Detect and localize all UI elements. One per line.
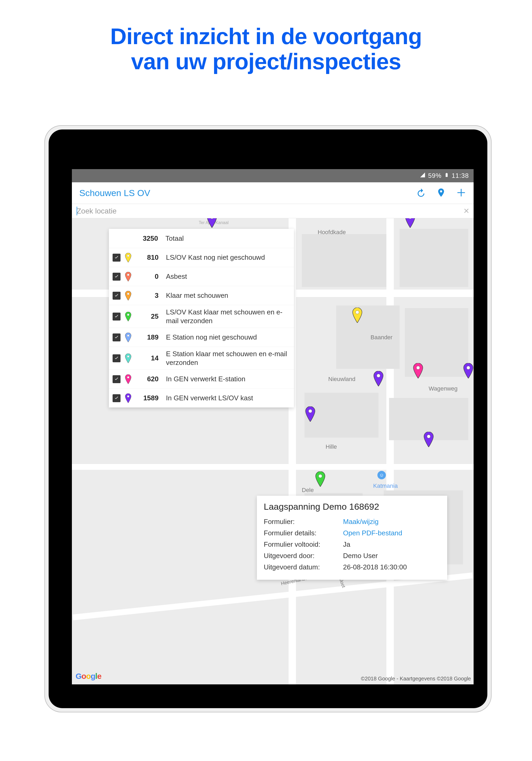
legend-total-count: 3250 [134, 234, 158, 243]
map-copyright: ©2018 Google - Kaartgegevens ©2018 Googl… [361, 675, 471, 682]
map-pin[interactable] [404, 218, 416, 229]
legend-label: Klaar met schouwen [166, 291, 228, 300]
legend-row[interactable]: 0 Asbest [109, 267, 294, 286]
map-pin[interactable] [351, 308, 363, 324]
legend-label: LS/OV Kast nog niet geschouwd [166, 253, 265, 262]
map-street-label: Dele [302, 487, 314, 494]
legend-checkbox[interactable] [113, 375, 121, 383]
legend-count: 810 [135, 254, 158, 262]
legend-label: E Station nog niet geschouwd [166, 333, 257, 342]
clear-search-button[interactable]: ✕ [463, 206, 474, 215]
legend-row[interactable]: 1589 In GEN verwerkt LS/OV kast [109, 388, 294, 407]
map-pin[interactable] [412, 363, 424, 380]
tablet-frame: 59% 11:38 Schouwen LS OV [44, 125, 492, 712]
form-edit-link[interactable]: Maak/wijzig [343, 518, 379, 526]
plus-icon [456, 188, 466, 198]
svg-point-4 [417, 366, 420, 370]
check-icon [114, 335, 119, 340]
legend-count: 25 [135, 312, 158, 321]
legend-count: 0 [135, 272, 158, 281]
legend-row[interactable]: 810 LS/OV Kast nog niet geschouwd [109, 248, 294, 267]
info-label: Formulier voltooid: [264, 540, 343, 549]
info-card: Laagspanning Demo 168692 Formulier: Maak… [257, 496, 447, 580]
svg-point-2 [356, 311, 359, 314]
legend-count: 1589 [135, 394, 158, 402]
close-icon: ✕ [463, 207, 469, 215]
svg-point-15 [127, 355, 129, 358]
svg-point-7 [427, 435, 431, 438]
svg-point-13 [127, 314, 129, 316]
legend-checkbox[interactable] [113, 313, 121, 321]
legend-row[interactable]: 3 Klaar met schouwen [109, 286, 294, 305]
legend-checkbox[interactable] [113, 292, 121, 300]
legend-total-row: 3250 Totaal [109, 229, 294, 248]
search-input[interactable] [72, 207, 463, 215]
heading-line1: Direct inzicht in de voortgang [110, 24, 422, 49]
battery-icon [444, 172, 449, 179]
map-pin[interactable] [373, 371, 384, 387]
android-status-bar: 59% 11:38 [72, 169, 474, 182]
legend-pin-icon [124, 312, 133, 321]
info-card-title: Laagspanning Demo 168692 [264, 501, 440, 512]
info-label: Formulier details: [264, 529, 343, 537]
info-label: Formulier: [264, 518, 343, 526]
map-view[interactable]: Ter Apel-Kanaal Hoofdkade Baander Nieuwl… [72, 218, 474, 684]
google-logo: Google [76, 672, 101, 681]
heading-line2: van uw project/inspecties [131, 49, 401, 74]
legend-panel: 3250 Totaal 810 LS/OV Kast nog niet gesc… [109, 229, 294, 407]
map-pin[interactable] [305, 406, 316, 423]
svg-point-5 [467, 366, 470, 370]
legend-checkbox[interactable] [113, 254, 121, 262]
info-row-form: Formulier: Maak/wijzig [264, 516, 440, 527]
info-row-by: Uitgevoerd door: Demo User [264, 550, 440, 561]
map-pin[interactable] [462, 363, 474, 380]
svg-point-10 [127, 255, 129, 257]
info-value: Ja [343, 540, 350, 549]
legend-count: 189 [135, 333, 158, 341]
check-icon [114, 255, 119, 260]
map-street-label: Hille [325, 443, 337, 450]
map-block [400, 229, 468, 287]
legend-label: Asbest [166, 272, 187, 281]
legend-checkbox[interactable] [113, 333, 121, 341]
map-pin[interactable] [423, 432, 435, 448]
map-poi-marker[interactable]: ☺ [378, 471, 386, 479]
map-street-label: Baander [371, 334, 392, 341]
map-pin[interactable] [206, 218, 218, 229]
check-icon [114, 293, 119, 298]
search-bar: ✕ [72, 204, 474, 218]
svg-point-6 [309, 409, 312, 413]
info-value: Demo User [343, 552, 378, 560]
legend-count: 620 [135, 375, 158, 383]
map-pin[interactable] [315, 471, 326, 488]
info-value: 26-08-2018 16:30:00 [343, 563, 407, 571]
legend-checkbox[interactable] [113, 273, 121, 281]
svg-point-12 [127, 293, 129, 295]
legend-row[interactable]: 14 E Station klaar met schouwen en e-mai… [109, 347, 294, 370]
location-pin-icon [436, 188, 446, 198]
legend-pin-icon [124, 291, 133, 300]
poi-icon: ☺ [379, 472, 384, 478]
location-button[interactable] [436, 188, 446, 199]
svg-point-8 [319, 474, 322, 478]
info-row-details: Formulier details: Open PDF-bestand [264, 527, 440, 539]
legend-pin-icon [124, 375, 133, 384]
legend-row[interactable]: 25 LS/OV Kast klaar met schouwen en e-ma… [109, 305, 294, 328]
svg-point-3 [377, 374, 380, 377]
legend-label: LS/OV Kast klaar met schouwen en e-mail … [166, 308, 289, 325]
legend-count: 14 [135, 354, 158, 362]
legend-row[interactable]: 189 E Station nog niet geschouwd [109, 328, 294, 347]
info-row-done: Formulier voltooid: Ja [264, 539, 440, 550]
svg-point-17 [127, 395, 129, 397]
open-pdf-link[interactable]: Open PDF-bestand [343, 529, 402, 537]
legend-row[interactable]: 620 In GEN verwerkt E-station [109, 370, 294, 388]
info-label: Uitgevoerd door: [264, 552, 343, 560]
legend-checkbox[interactable] [113, 394, 121, 402]
map-street-label: Nieuwland [328, 376, 355, 382]
legend-checkbox[interactable] [113, 354, 121, 362]
refresh-button[interactable] [416, 188, 426, 199]
info-label: Uitgevoerd datum: [264, 563, 343, 571]
add-button[interactable] [456, 188, 466, 199]
map-road [72, 464, 474, 470]
legend-pin-icon [124, 272, 133, 281]
